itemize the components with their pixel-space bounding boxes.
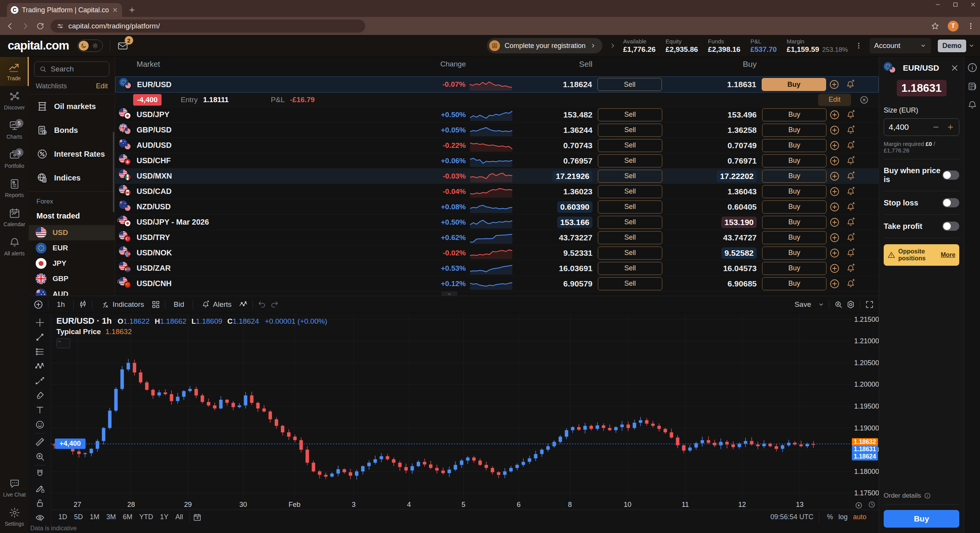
scale-button-log[interactable]: log	[836, 511, 850, 523]
search-input[interactable]: Search	[34, 61, 109, 77]
watchlist-group-bonds[interactable]: Bonds	[29, 118, 115, 142]
draw-tool-smiley[interactable]	[29, 417, 51, 432]
sidebar-item-live-chat[interactable]: Live Chat	[0, 473, 29, 502]
market-info-icon[interactable]	[967, 62, 978, 73]
most-traded-item[interactable]: Most traded	[29, 207, 115, 225]
market-row-usd-mxn[interactable]: USD/MXN-0.03%17.21926Sell17.22202Buy	[115, 169, 879, 184]
add-to-watchlist-icon[interactable]	[829, 232, 840, 243]
scale-button-auto[interactable]: auto	[851, 511, 869, 523]
price-axis[interactable]: 1.215001.210001.205001.200001.195001.190…	[852, 313, 879, 500]
price-alert-icon[interactable]	[846, 248, 856, 258]
sell-button[interactable]: Sell	[597, 78, 662, 91]
sidebar-item-reports[interactable]: Reports	[0, 174, 29, 203]
buy-button[interactable]: Buy	[762, 154, 827, 167]
alerts-button[interactable]: Alerts	[198, 298, 236, 311]
capital-logo[interactable]: capital.com	[8, 39, 69, 53]
price-alert-icon[interactable]	[846, 217, 856, 227]
close-icon[interactable]	[950, 63, 959, 73]
minimize-icon[interactable]	[935, 2, 941, 8]
decrease-size-icon[interactable]	[932, 123, 940, 131]
demo-chevron-icon[interactable]	[968, 43, 975, 49]
inbox-button[interactable]: 2	[117, 40, 129, 51]
currency-item-gbp[interactable]: GBP	[29, 271, 115, 286]
dark-mode-icon[interactable]	[79, 41, 89, 51]
indicators-button[interactable]: Indicators	[97, 298, 148, 311]
add-to-watchlist-icon[interactable]	[829, 109, 840, 120]
sell-button[interactable]: Sell	[598, 262, 662, 275]
draw-tool-text-tool[interactable]	[29, 403, 51, 417]
sidebar-item-all-alerts[interactable]: All alerts	[0, 232, 29, 261]
draw-tool-trendline[interactable]	[29, 330, 51, 344]
add-to-watchlist-icon[interactable]	[829, 140, 840, 151]
browser-avatar[interactable]: T	[948, 21, 959, 31]
currency-item-jpy[interactable]: JPY	[29, 256, 115, 271]
watchlists-edit-button[interactable]: Edit	[96, 82, 108, 90]
window-controls[interactable]	[935, 2, 976, 8]
sell-button[interactable]: Sell	[598, 247, 662, 260]
stats-menu-icon[interactable]	[855, 42, 863, 50]
interval-button[interactable]: 1h	[53, 298, 69, 311]
refresh-icon[interactable]	[36, 22, 45, 30]
increase-size-icon[interactable]	[947, 123, 954, 131]
sell-button[interactable]: Sell	[598, 124, 662, 137]
price-alert-icon[interactable]	[846, 171, 856, 181]
clock-label[interactable]: 09:56:54 UTC	[770, 513, 813, 521]
save-button[interactable]: Save	[791, 298, 815, 311]
sidebar-item-trade[interactable]: Trade	[0, 57, 29, 86]
market-row-usd-cnh[interactable]: USD/CNH+0.12%6.90579Sell6.90685Buy	[115, 276, 879, 291]
range-button-ytd[interactable]: YTD	[136, 511, 157, 523]
add-to-watchlist-icon[interactable]	[829, 171, 840, 182]
range-button-1m[interactable]: 1M	[86, 511, 103, 523]
chart-settings-icon[interactable]	[846, 300, 855, 309]
sidebar-item-calendar[interactable]: Calendar	[0, 203, 29, 232]
buy-button[interactable]: Buy	[762, 262, 827, 275]
market-row-usd-jpy-mar-2026[interactable]: USD/JPY - Mar 2026+0.50%153.166Sell153.1…	[115, 215, 879, 230]
price-alert-icon[interactable]	[846, 202, 856, 212]
range-button-1d[interactable]: 1D	[55, 511, 71, 523]
range-button-6m[interactable]: 6M	[119, 511, 136, 523]
redo-icon[interactable]	[270, 300, 279, 309]
account-dropdown[interactable]: Account	[869, 38, 931, 53]
buy-button[interactable]: Buy	[762, 139, 827, 152]
undo-icon[interactable]	[257, 300, 267, 309]
light-mode-icon[interactable]	[90, 43, 100, 49]
price-alert-icon[interactable]	[845, 79, 855, 89]
tab-close-icon[interactable]	[112, 7, 118, 13]
draw-tool-eye-hide[interactable]	[29, 510, 51, 525]
buy-button[interactable]: Buy	[762, 231, 827, 244]
add-to-watchlist-icon[interactable]	[829, 186, 840, 197]
collapse-legend-button[interactable]	[56, 338, 70, 348]
market-row-usd-nok[interactable]: USD/NOK-0.02%9.52331Sell9.52582Buy	[115, 245, 879, 261]
news-icon[interactable]	[967, 81, 977, 91]
buy-button[interactable]: Buy	[762, 216, 827, 229]
draw-tool-ruler[interactable]	[29, 435, 51, 449]
theme-toggle[interactable]	[78, 40, 103, 52]
add-to-watchlist-icon[interactable]	[829, 79, 840, 90]
buy-button[interactable]: Buy	[762, 247, 827, 260]
demo-badge[interactable]: Demo	[938, 40, 966, 52]
opposite-positions-warning[interactable]: Opposite positions More	[884, 244, 959, 266]
toggle-switch[interactable]	[942, 222, 959, 231]
price-alert-icon[interactable]	[846, 187, 856, 197]
url-bar[interactable]: capital.com/trading/platform/	[51, 20, 365, 33]
market-row-usd-try[interactable]: USD/TRY+0.62%43.73227Sell43.74727Buy	[115, 230, 879, 245]
chart-type-icon[interactable]	[78, 300, 87, 309]
add-to-watchlist-icon[interactable]	[829, 248, 840, 258]
draw-tool-magnet[interactable]	[29, 467, 51, 481]
browser-menu-icon[interactable]	[967, 22, 975, 30]
goto-date-icon[interactable]	[193, 513, 201, 521]
market-row-nzd-usd[interactable]: NZD/USD+0.08%0.60390Sell0.60405Buy	[115, 199, 879, 215]
new-tab-icon[interactable]	[128, 6, 136, 14]
draw-tool-brush[interactable]	[29, 388, 51, 403]
reset-scale-icon[interactable]	[855, 501, 863, 510]
sell-button[interactable]: Sell	[598, 200, 662, 214]
sell-button[interactable]: Sell	[598, 277, 662, 290]
chart-plot[interactable]: EUR/USD · 1h O1.18622 H1.18662 L1.18609 …	[51, 313, 852, 500]
draw-tool-forecast[interactable]	[29, 374, 51, 388]
market-row-eur-usd[interactable]: EUR/USD-0.07%1.18624Sell1.18631Buy	[115, 76, 879, 93]
currency-item-eur[interactable]: EUR	[29, 240, 115, 256]
market-row-usd-chf[interactable]: USD/CHF+0.06%0.76957Sell0.76971Buy	[115, 153, 879, 169]
sell-button[interactable]: Sell	[598, 170, 662, 183]
forward-icon[interactable]	[21, 22, 30, 31]
edit-position-button[interactable]: Edit	[818, 94, 851, 106]
